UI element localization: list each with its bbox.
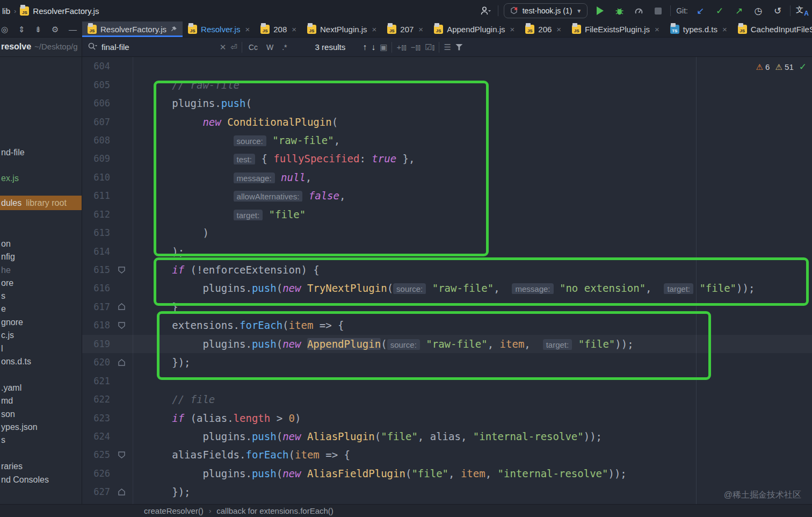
clear-search-icon[interactable]: ✕	[220, 42, 227, 52]
regex-toggle[interactable]: .*	[280, 42, 289, 53]
rollback-icon[interactable]: ↺	[771, 4, 785, 18]
tab-FileExistsPlugin.js[interactable]: JSFileExistsPlugin.js×	[567, 21, 665, 37]
code-text[interactable]: plugins.push(new TryNextPlugin(source: "…	[133, 282, 812, 294]
fold-marker-icon[interactable]	[110, 358, 133, 367]
line-number[interactable]: 614	[82, 246, 110, 257]
tab-types.d.ts[interactable]: TStypes.d.ts×	[665, 21, 733, 37]
line-number[interactable]: 608	[82, 135, 110, 146]
match-case-toggle[interactable]: Cc	[247, 42, 260, 53]
code-text[interactable]: plugins.push(new AliasFieldPlugin("file"…	[133, 468, 812, 479]
tab-207[interactable]: JS207×	[382, 21, 429, 37]
search-icon[interactable]	[88, 42, 97, 52]
tree-item-he[interactable]: he	[0, 264, 82, 277]
line-number[interactable]: 609	[82, 153, 110, 164]
stop-button[interactable]	[651, 4, 665, 18]
code-text[interactable]: plugins.push(	[133, 97, 812, 109]
tree-item-son[interactable]: son	[0, 408, 82, 421]
tab-AppendPlugin.js[interactable]: JSAppendPlugin.js×	[429, 21, 520, 37]
breadcrumb-file[interactable]: ResolverFactory.js	[33, 6, 99, 16]
user-account-icon[interactable]	[479, 4, 492, 18]
fold-marker-icon[interactable]	[110, 321, 133, 329]
line-number[interactable]: 623	[82, 413, 110, 423]
tree-item-nfig[interactable]: nfig	[0, 250, 82, 263]
code-text[interactable]: )	[133, 227, 812, 239]
collapse-all-icon[interactable]: ⇟	[35, 25, 42, 34]
git-commit-icon[interactable]: ✓	[713, 4, 727, 18]
pin-icon[interactable]	[170, 26, 177, 33]
debug-button[interactable]	[612, 4, 626, 18]
tree-item-ons.d.ts[interactable]: ons.d.ts	[0, 355, 82, 368]
code-text[interactable]: });	[133, 486, 812, 498]
tab-Resolver.js[interactable]: JSResolver.js×	[183, 21, 255, 37]
code-text[interactable]: plugins.push(new AliasPlugin("file", ali…	[133, 430, 812, 442]
line-number[interactable]: 606	[82, 98, 110, 109]
tree-item-ex.js[interactable]: ex.js	[0, 172, 82, 185]
line-number[interactable]: 611	[82, 190, 110, 201]
tab-ResolverFactory.js[interactable]: JSResolverFactory.js	[82, 21, 183, 37]
previous-occurrence-icon[interactable]: ↑	[363, 42, 367, 52]
tree-item-s[interactable]: s	[0, 290, 82, 303]
tab-NextPlugin.js[interactable]: JSNextPlugin.js×	[302, 21, 382, 37]
next-occurrence-icon[interactable]: ↓	[371, 42, 375, 52]
close-icon[interactable]: ×	[372, 25, 377, 34]
close-icon[interactable]: ×	[556, 25, 561, 34]
hide-panel-icon[interactable]: —	[69, 25, 77, 34]
history-icon[interactable]: ◷	[751, 4, 765, 18]
code-text[interactable]: plugins.push(new AppendPlugin(source: "r…	[133, 338, 812, 350]
code-text[interactable]: // file	[133, 393, 812, 405]
line-number[interactable]: 618	[82, 320, 110, 331]
tree-item-ore[interactable]: ore	[0, 277, 82, 290]
line-number[interactable]: 605	[82, 80, 110, 90]
project-tree[interactable]: nd-fileex.jsduleslibrary rootonnfigheore…	[0, 57, 82, 504]
line-number[interactable]: 620	[82, 357, 110, 368]
breadcrumb-item[interactable]: createResolver()	[144, 506, 204, 515]
code-text[interactable]: new ConditionalPlugin(	[133, 116, 812, 128]
expand-all-icon[interactable]: ⇕	[18, 25, 25, 34]
fold-marker-icon[interactable]	[110, 488, 133, 496]
tree-item-nd-file[interactable]: nd-file	[0, 146, 82, 159]
new-line-icon[interactable]: ⏎	[230, 42, 237, 52]
tree-item-l[interactable]: l	[0, 342, 82, 355]
translate-icon[interactable]: 文A	[796, 5, 808, 16]
line-number[interactable]: 626	[82, 468, 110, 479]
find-in-selection-icon[interactable]: ▣	[380, 42, 387, 52]
line-number[interactable]: 616	[82, 283, 110, 293]
code-text[interactable]: allowAlternatives: false,	[133, 190, 812, 202]
line-number[interactable]: 607	[82, 117, 110, 127]
line-number[interactable]: 612	[82, 209, 110, 220]
fold-marker-icon[interactable]	[110, 451, 133, 459]
line-number[interactable]: 622	[82, 394, 110, 405]
add-selection-icon[interactable]: +⫾⫾	[396, 42, 406, 52]
tree-item-raries[interactable]: raries	[0, 460, 82, 473]
code-text[interactable]: // raw-file	[133, 79, 812, 91]
search-input[interactable]: final-file	[102, 42, 129, 52]
breadcrumb-item[interactable]: callback for extensions.forEach()	[216, 506, 334, 515]
settings-gear-icon[interactable]: ⚙	[52, 25, 59, 34]
line-number[interactable]: 615	[82, 264, 110, 275]
code-text[interactable]: }	[133, 301, 812, 313]
breadcrumb-folder[interactable]: lib	[2, 6, 10, 16]
code-text[interactable]: source: "raw-file",	[133, 134, 812, 146]
tree-item-on[interactable]: on	[0, 238, 82, 250]
code-text[interactable]: test: { fullySpecified: true },	[133, 153, 812, 164]
close-icon[interactable]: ×	[292, 25, 296, 34]
words-toggle[interactable]: W	[264, 42, 276, 53]
close-icon[interactable]: ×	[655, 25, 659, 34]
tree-item-c.js[interactable]: c.js	[0, 329, 82, 342]
code-text[interactable]: if (alias.length > 0)	[133, 412, 812, 424]
git-push-icon[interactable]: ↗	[732, 4, 746, 18]
remove-selection-icon[interactable]: −⫾⫾	[411, 42, 421, 52]
close-icon[interactable]: ×	[245, 25, 250, 34]
select-all-occurrences-icon[interactable]: ☑⫾	[425, 42, 434, 52]
line-number[interactable]: 619	[82, 339, 110, 349]
close-icon[interactable]: ×	[418, 25, 423, 34]
line-number[interactable]: 624	[82, 431, 110, 442]
line-number[interactable]: 617	[82, 301, 110, 312]
code-text[interactable]: aliasFields.forEach(item => {	[133, 449, 812, 461]
line-number[interactable]: 621	[82, 376, 110, 386]
line-number[interactable]: 610	[82, 172, 110, 183]
code-text[interactable]: extensions.forEach(item => {	[133, 319, 812, 331]
line-number[interactable]: 625	[82, 449, 110, 460]
fold-marker-icon[interactable]	[110, 266, 133, 274]
tree-item-e[interactable]: e	[0, 303, 82, 315]
